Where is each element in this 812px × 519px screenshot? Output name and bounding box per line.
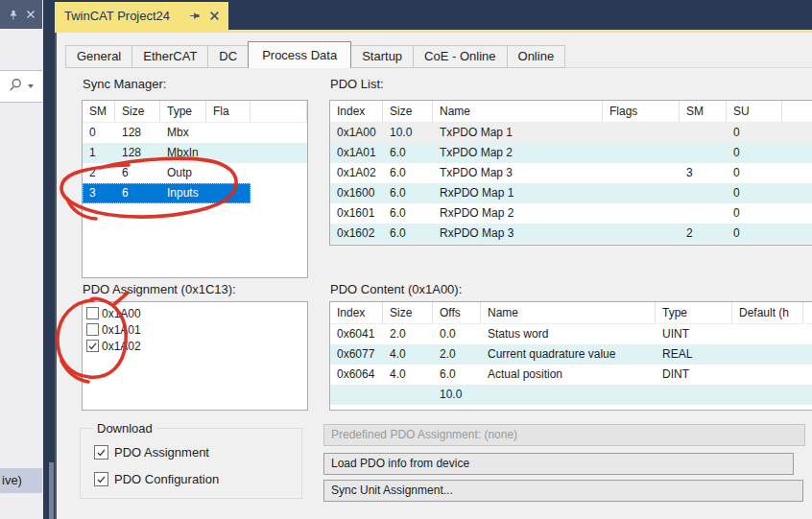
sync-manager-label: Sync Manager: xyxy=(83,77,166,91)
column-header[interactable]: Index xyxy=(330,101,383,122)
document-tab[interactable]: TwinCAT Project24 xyxy=(55,2,228,30)
cell xyxy=(732,324,803,344)
cell xyxy=(603,123,680,143)
row-filler xyxy=(251,123,307,143)
table-row[interactable]: 0x1A0010.0TxPDO Map 10 xyxy=(330,123,812,143)
table-header: IndexSizeOffsNameTypeDefault (h xyxy=(330,302,812,324)
checkbox-item[interactable]: PDO Assignment xyxy=(81,438,301,465)
cell xyxy=(680,203,727,224)
cell: Status word xyxy=(481,324,656,344)
cell: TxPDO Map 2 xyxy=(433,143,603,163)
load-pdo-info-button[interactable]: Load PDO info from device xyxy=(323,453,794,475)
cell xyxy=(383,385,433,405)
column-header[interactable]: Index xyxy=(330,302,383,323)
column-header[interactable]: Type xyxy=(656,302,732,323)
column-header[interactable]: Name xyxy=(481,302,656,323)
column-header[interactable]: SU xyxy=(727,101,782,122)
tab-ethercat[interactable]: EtherCAT xyxy=(131,45,208,68)
table-row[interactable]: 0x60774.02.0Current quadrature valueREAL xyxy=(330,344,812,365)
cell: 128 xyxy=(115,143,160,163)
checkbox-item[interactable]: 0x1A00 xyxy=(86,305,307,321)
tab-general[interactable]: General xyxy=(65,45,132,68)
tool-window-bottom-item[interactable]: ive) xyxy=(0,468,42,493)
column-header[interactable]: Size xyxy=(383,101,433,122)
checkbox-item[interactable]: PDO Configuration xyxy=(81,465,301,492)
checkbox-item[interactable]: 0x1A01 xyxy=(86,321,307,338)
cell xyxy=(732,385,803,405)
table-row[interactable]: 0x1A016.0TxPDO Map 20 xyxy=(330,143,812,163)
column-header[interactable]: Flags xyxy=(603,101,680,122)
column-header[interactable]: Type xyxy=(160,101,206,122)
column-header[interactable]: Size xyxy=(383,302,433,323)
row-filler xyxy=(782,203,812,224)
header-filler xyxy=(782,101,812,122)
cell: 4.0 xyxy=(383,344,433,365)
checkbox-label: 0x1A02 xyxy=(102,340,141,353)
checkbox-checked[interactable] xyxy=(94,472,108,486)
screen: ive) TwinCAT Project24 GeneralEtherCATDC… xyxy=(0,0,812,519)
column-header[interactable]: Name xyxy=(433,101,603,122)
cell: 6.0 xyxy=(383,183,433,203)
pin-icon[interactable] xyxy=(8,9,19,21)
cell: 6.0 xyxy=(383,163,433,183)
tab-online[interactable]: Online xyxy=(507,45,566,68)
table-row[interactable]: 0128Mbx xyxy=(83,123,307,143)
cell: 10.0 xyxy=(433,385,481,405)
checkbox-item[interactable]: 0x1A02 xyxy=(86,338,307,354)
cell: RxPDO Map 3 xyxy=(433,224,603,244)
table-row[interactable]: 0x16006.0RxPDO Map 10 xyxy=(330,183,812,203)
cell: 0x1602 xyxy=(330,224,383,244)
cell: 0.0 xyxy=(433,324,481,344)
row-filler xyxy=(251,163,307,183)
checkbox-checked[interactable] xyxy=(94,445,108,460)
document-tab-title: TwinCAT Project24 xyxy=(64,9,180,23)
table-row[interactable]: 26Outp xyxy=(83,163,307,183)
row-filler xyxy=(782,123,812,143)
checkbox-unchecked[interactable] xyxy=(86,307,99,319)
document-body: GeneralEtherCATDCProcess DataStartupCoE … xyxy=(55,33,812,519)
table-row[interactable]: 0x1A026.0TxPDO Map 330 xyxy=(330,163,812,183)
tool-window-panel: ive) xyxy=(0,0,43,519)
cell: Outp xyxy=(160,163,206,183)
sync-unit-assignment-button[interactable]: Sync Unit Assignment... xyxy=(323,480,803,502)
cell: Actual position xyxy=(481,365,656,385)
cell: RxPDO Map 2 xyxy=(433,203,603,224)
table-row[interactable]: 1128MbxIn xyxy=(83,143,307,163)
table-row[interactable]: 10.0 xyxy=(330,385,812,405)
table-row[interactable]: 0x16016.0RxPDO Map 20 xyxy=(330,203,812,224)
cell: 1 xyxy=(83,143,115,163)
cell: 3 xyxy=(83,183,115,203)
cell: 0 xyxy=(727,123,782,143)
tab-dc[interactable]: DC xyxy=(207,45,249,68)
column-header[interactable]: Fla xyxy=(206,101,251,122)
tab-startup[interactable]: Startup xyxy=(350,45,414,68)
search-input[interactable] xyxy=(0,70,42,103)
table-row[interactable]: 0x60412.00.0Status wordUINT xyxy=(330,324,812,344)
column-header[interactable]: SM xyxy=(83,101,115,122)
close-icon[interactable] xyxy=(209,11,220,21)
download-groupbox: Download PDO AssignmentPDO Configuration xyxy=(80,428,302,499)
close-icon[interactable] xyxy=(26,10,36,19)
row-filler xyxy=(803,365,812,385)
row-filler xyxy=(251,143,307,163)
row-filler xyxy=(782,183,812,203)
cell: 3 xyxy=(680,163,727,183)
column-header[interactable]: Offs xyxy=(433,302,481,323)
checkbox-unchecked[interactable] xyxy=(86,323,99,336)
column-header[interactable]: SM xyxy=(680,101,727,122)
tab-coe-online[interactable]: CoE - Online xyxy=(413,45,507,68)
table-row[interactable]: 36Inputs xyxy=(83,183,307,203)
cell xyxy=(206,183,251,203)
column-header[interactable]: Size xyxy=(115,101,160,122)
checkbox-checked[interactable] xyxy=(86,340,99,352)
cell: REAL xyxy=(656,344,732,365)
table-row[interactable]: 0x16026.0RxPDO Map 320 xyxy=(330,224,812,244)
column-header[interactable]: Default (h xyxy=(732,302,803,323)
chevron-down-icon[interactable] xyxy=(28,84,34,88)
splitter-handle[interactable] xyxy=(49,462,54,519)
row-filler xyxy=(251,183,307,203)
predefined-pdo-assignment-button[interactable]: Predefined PDO Assignment: (none) xyxy=(323,424,805,446)
tab-process-data[interactable]: Process Data xyxy=(248,41,351,68)
pin-icon[interactable] xyxy=(189,11,202,22)
table-row[interactable]: 0x60644.06.0Actual positionDINT xyxy=(330,365,812,385)
